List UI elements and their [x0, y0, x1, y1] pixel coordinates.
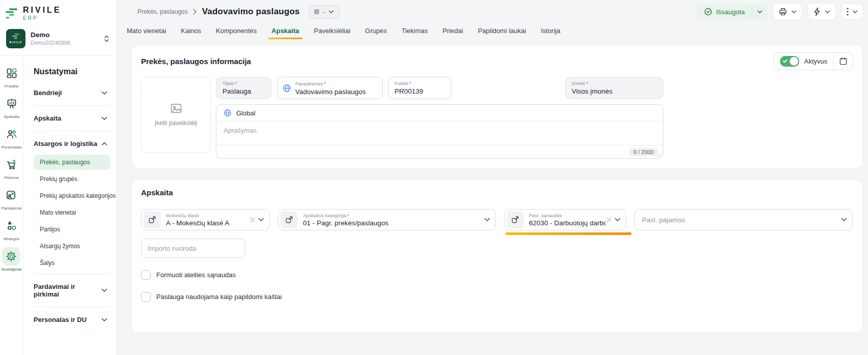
select-placeholder: Pasl. pajamos: [637, 216, 841, 224]
field-value: PR00139: [395, 87, 445, 95]
active-toggle-group: Aktyvus: [773, 52, 853, 70]
brand-mark-icon: [5, 8, 18, 20]
tab-apskaita[interactable]: Apskaita: [271, 24, 299, 39]
rail-label: Personalas: [1, 145, 21, 150]
tab-mato-vienetai[interactable]: Mato vienetai: [126, 24, 166, 39]
chevron-down-icon[interactable]: [484, 218, 490, 222]
external-link-button[interactable]: [507, 211, 524, 228]
import-link-input[interactable]: [141, 239, 245, 258]
sales-arrow-icon: [2, 186, 20, 204]
tab-grupes[interactable]: Grupės: [365, 24, 387, 39]
menu-item-prekiu-apskaitos-kategorijos[interactable]: Prekių apskaitos kategorijos: [34, 188, 110, 203]
tab-istorija[interactable]: Istorija: [540, 24, 561, 39]
chevron-down-icon[interactable]: [258, 218, 264, 222]
menu-section-label: Personalas ir DU: [34, 316, 87, 323]
toggle-on-icon: [780, 56, 799, 67]
menu-item-mato-vienetai[interactable]: Mato vienetai: [34, 205, 110, 220]
print-button[interactable]: [773, 4, 802, 20]
clear-icon[interactable]: [249, 217, 256, 223]
menu-section-apskaita[interactable]: Apskaita: [34, 109, 110, 128]
tab-priedai[interactable]: Priedai: [442, 24, 463, 39]
field-tipas[interactable]: Tipas* Paslauga: [216, 77, 272, 99]
account-switcher[interactable]: RIVILE Demo Demo20240906: [0, 24, 117, 56]
chevron-down-icon: [825, 10, 830, 14]
brand-sub: ERP: [23, 15, 62, 21]
variant-value: -: [323, 8, 325, 16]
main-area: Prekės, paslaugos Vadovavimo paslaugos -: [117, 0, 868, 355]
divider: [34, 274, 110, 274]
gear-icon: [2, 247, 20, 265]
menu-item-atsargu-zymos[interactable]: Atsargų žymos: [34, 239, 110, 254]
field-imone[interactable]: Įmonė* Visos įmonės: [565, 77, 663, 99]
select-apskaitos-kategorija[interactable]: Apskaitos kategorija* 01 - Pagr. prekės/…: [278, 209, 496, 230]
field-label: Įmonė: [572, 80, 585, 86]
menu-section-pardavimai-ir-pirkimai[interactable]: Pardavimai ir pirkimai: [34, 277, 110, 304]
external-link-button[interactable]: [281, 211, 298, 228]
rail-item-nustatymai[interactable]: Nustatymai: [1, 247, 21, 272]
select-pasl-pajamos[interactable]: Pasl. pajamos: [634, 209, 853, 230]
calendar-button[interactable]: [833, 53, 853, 70]
rail-item-personalas[interactable]: Personalas: [1, 125, 21, 150]
field-value: Visos įmonės: [572, 87, 657, 95]
select-pasl-sanaudos[interactable]: Pasl. sąnaudos 62030 - Darbuotojų darbo …: [504, 209, 626, 230]
more-menu-button[interactable]: [842, 4, 863, 19]
kebab-icon: [847, 8, 849, 16]
checkbox-formuoti-ateities-sanaudas[interactable]: Formuoti ateities sąnaudas: [141, 270, 853, 280]
required-asterisk: *: [235, 80, 237, 86]
saved-button[interactable]: Išsaugota: [697, 4, 752, 19]
checkbox-paslauga-papildomi-kastai[interactable]: Paslauga naudojama kaip papildomi kaštai: [141, 292, 853, 302]
tab-tiekimas[interactable]: Tiekimas: [401, 24, 429, 39]
menu-section-personalas-ir-du[interactable]: Personalas ir DU: [34, 310, 110, 329]
chevron-down-icon: [791, 10, 797, 14]
field-value: Vadovavimo paslaugos: [295, 88, 366, 96]
rail-item-pradzia[interactable]: Pradžia: [3, 64, 21, 88]
language-tab-global[interactable]: Global: [216, 105, 663, 122]
field-kodas[interactable]: Kodas* PR00139: [388, 77, 452, 99]
menu-item-prekiu-grupes[interactable]: Prekių grupės: [34, 171, 110, 187]
tab-paveiksleliai[interactable]: Paveikslėliai: [314, 24, 351, 39]
menu-item-partijos[interactable]: Partijos: [34, 222, 110, 237]
cart-icon: [3, 156, 21, 174]
rail-item-pardavimai[interactable]: Pardavimai: [1, 186, 21, 211]
external-link-button[interactable]: [144, 211, 161, 228]
divider: [34, 131, 110, 131]
menu-item-salys[interactable]: Šalys: [34, 255, 110, 271]
rail-item-apskaita[interactable]: Apskaita: [3, 95, 21, 119]
menu-section-label: Bendrieji: [34, 89, 62, 97]
rail-label: Pirkimai: [4, 175, 18, 180]
rail-item-atsargos[interactable]: Atsargos: [3, 217, 21, 241]
select-mokesciu-klase[interactable]: Mokesčių klasė A - Mokesčių klasė A: [141, 209, 270, 230]
chevron-down-icon[interactable]: [614, 218, 621, 222]
chevron-up-icon: [101, 142, 107, 146]
saved-split-button: Išsaugota: [697, 4, 767, 19]
tab-papildomi-laukai[interactable]: Papildomi laukai: [478, 24, 527, 39]
menu-section-atsargos-ir-logistika[interactable]: Atsargos ir logistika: [34, 134, 110, 153]
chevron-down-icon: [101, 318, 107, 322]
tab-komponentes[interactable]: Komponentės: [215, 24, 257, 39]
menu-item-prekes-paslaugos[interactable]: Prekės, paslaugos: [34, 155, 110, 170]
variant-dropdown[interactable]: -: [309, 6, 339, 18]
check-circle-icon: [704, 8, 712, 16]
breadcrumb[interactable]: Prekės, paslaugos: [137, 8, 188, 15]
account-sort-caret-icon: [104, 35, 109, 43]
description-textarea[interactable]: Aprašymas: [216, 122, 663, 145]
clear-icon[interactable]: [606, 217, 612, 223]
field-pavadinimas[interactable]: Pavadinimas* Vadovavimo paslaugos: [277, 77, 383, 99]
page-title: Vadovavimo paslaugos: [202, 7, 300, 17]
tab-kainos[interactable]: Kainos: [180, 24, 202, 39]
chevron-down-icon: [101, 288, 107, 292]
chevron-down-icon[interactable]: [841, 218, 847, 222]
saved-caret-button[interactable]: [752, 4, 767, 19]
resize-handle[interactable]: [657, 154, 662, 157]
actions-button[interactable]: [808, 4, 835, 20]
app-root: RIVILE ERP RIVILE Demo Demo20240906: [0, 0, 868, 355]
image-upload-dropzone[interactable]: Įkelti paveikslėlį: [141, 77, 211, 153]
checkbox-icon[interactable]: [141, 292, 151, 302]
rail-label: Nustatymai: [1, 267, 21, 272]
rail-item-pirkimai[interactable]: Pirkimai: [3, 156, 21, 180]
select-label: Pasl. sąnaudos: [529, 213, 606, 218]
menu-section-bendrieji[interactable]: Bendrieji: [34, 83, 110, 102]
checkbox-label: Paslauga naudojama kaip papildomi kaštai: [156, 293, 282, 301]
active-toggle[interactable]: Aktyvus: [774, 53, 833, 70]
checkbox-icon[interactable]: [141, 270, 151, 280]
